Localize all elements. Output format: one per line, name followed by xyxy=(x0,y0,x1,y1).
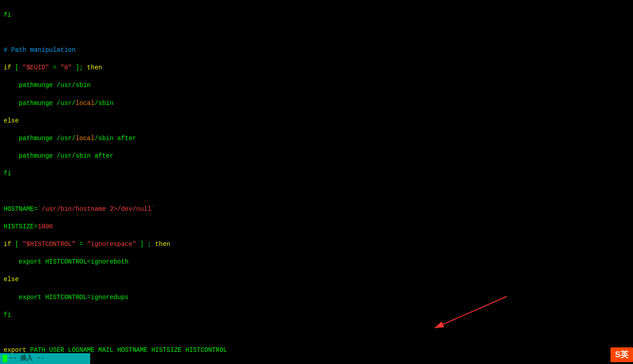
insert-mode-label: -- 插入 -- xyxy=(9,354,44,363)
line-pathmunge-local-sbin: pathmunge /usr/local/sbin xyxy=(4,100,114,107)
line-comment-path: # Path manipulation xyxy=(4,46,76,54)
cursor-block xyxy=(3,355,7,362)
line-pathmunge-sbin: pathmunge /usr/sbin xyxy=(4,82,91,89)
line-hostname: HOSTNAME=`/usr/bin/hostname 2>/dev/null` xyxy=(4,205,155,213)
line-if-euid: if [ "$EUID" = "0" ]; then xyxy=(4,64,102,71)
line-fi-top: fi xyxy=(4,11,11,18)
line-export-vars: export PATH USER LOGNAME MAIL HOSTNAME H… xyxy=(4,346,227,354)
line-else-2: else xyxy=(4,276,19,283)
line-fi-2: fi xyxy=(4,311,11,318)
line-histsize: HISTSIZE=1000 xyxy=(4,223,53,230)
line-fi-1: fi xyxy=(4,170,11,177)
status-bar: -- 插入 -- xyxy=(0,353,90,364)
line-export-ignoreboth: export HISTCONTROL=ignoreboth xyxy=(4,258,128,265)
line-pathmunge-local-sbin-after: pathmunge /usr/local/sbin after xyxy=(4,135,136,142)
code-editor[interactable]: fi # Path manipulation if [ "$EUID" = "0… xyxy=(0,0,633,364)
s-logo: S英 xyxy=(610,347,633,362)
line-else-1: else xyxy=(4,117,19,124)
line-export-ignoredups: export HISTCONTROL=ignoredups xyxy=(4,294,128,301)
line-if-histcontrol: if [ "$HISTCONTROL" = "ignorespace" ] ; … xyxy=(4,241,170,248)
line-pathmunge-sbin-after: pathmunge /usr/sbin after xyxy=(4,152,114,159)
